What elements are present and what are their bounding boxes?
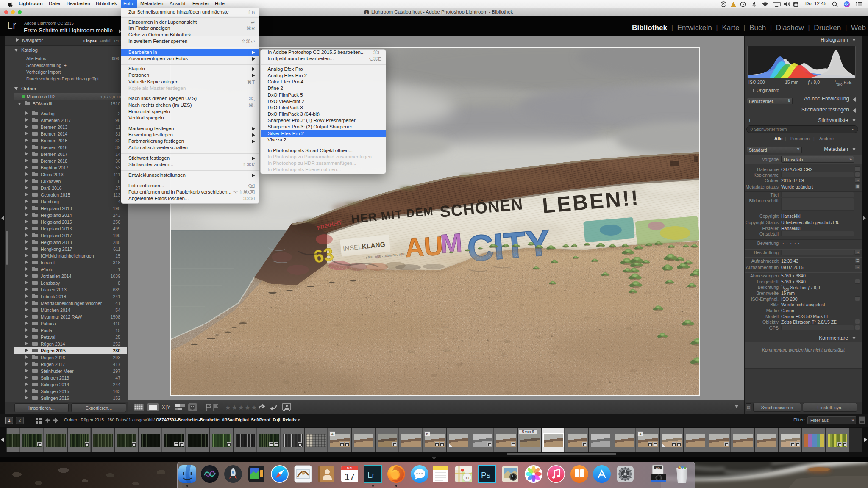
- svg-text:EOS: EOS: [656, 467, 660, 469]
- svg-text:Lr: Lr: [367, 471, 375, 480]
- svg-text:L: L: [366, 11, 368, 14]
- svg-text:3D: 3D: [465, 476, 469, 480]
- svg-text:MAI: MAI: [347, 467, 353, 470]
- svg-text:17: 17: [345, 471, 355, 482]
- svg-text:Ps: Ps: [481, 471, 490, 480]
